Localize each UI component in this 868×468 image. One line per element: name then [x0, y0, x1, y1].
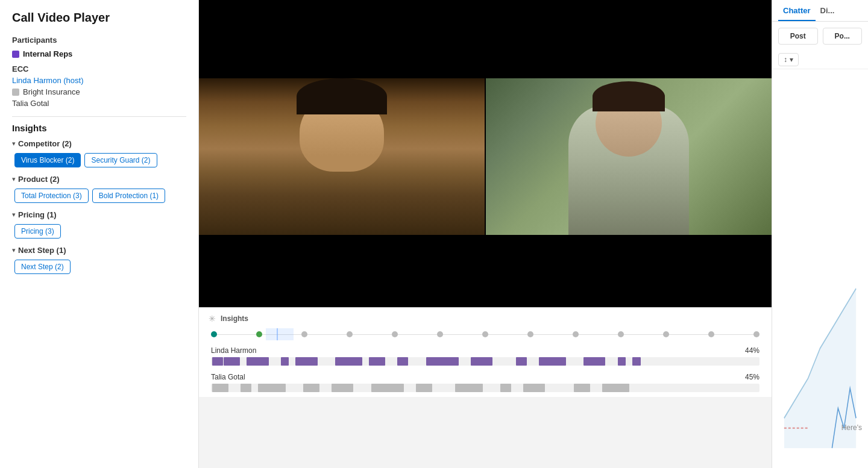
ecc-section: ECC Linda Harmon (host) Bright Insurance… — [12, 64, 186, 108]
seg-gap — [286, 384, 303, 392]
seg — [426, 357, 459, 366]
seg-gap — [318, 357, 335, 366]
seg-gap — [512, 384, 523, 392]
bold-protection-tag[interactable]: Bold Protection (1) — [92, 189, 165, 203]
seg-gap — [483, 384, 500, 392]
timeline-dot-13[interactable] — [753, 331, 760, 337]
tab-chatter[interactable]: Chatter — [778, 0, 816, 21]
post-button[interactable]: Post — [778, 28, 818, 45]
competitor-label: Competitor (2) — [18, 139, 72, 148]
timeline-dots-row — [209, 328, 762, 340]
timeline-dot-3[interactable] — [301, 331, 307, 337]
product-group-header[interactable]: ▾ Product (2) — [12, 175, 186, 184]
seg-gap — [606, 357, 617, 366]
here-text: Here's — [841, 423, 862, 432]
timeline-insights-row: ✳ Insights — [209, 314, 762, 323]
seg-gap — [493, 357, 515, 366]
speaker-segments-linda — [211, 357, 760, 366]
timeline-dot-12[interactable] — [708, 331, 714, 337]
seg-gap — [567, 357, 583, 366]
pricing-tags: Pricing (3) — [14, 224, 186, 239]
seg — [583, 357, 605, 366]
sort-button[interactable]: ↕ ▾ — [778, 53, 799, 66]
speaker-header-linda: Linda Harmon 44% — [211, 346, 760, 355]
chart-area: Here's — [772, 69, 868, 468]
timeline-dot-8[interactable] — [527, 331, 533, 337]
timeline-dot-5[interactable] — [392, 331, 398, 337]
speaker-pct-talia: 45% — [745, 373, 760, 381]
timeline-dot-10[interactable] — [618, 331, 624, 337]
tab-di[interactable]: Di... — [816, 0, 840, 21]
nextstep-label: Next Step (1) — [18, 246, 66, 255]
chevron-down-icon-3: ▾ — [12, 211, 16, 219]
host-link[interactable]: Linda Harmon (host) — [12, 76, 186, 85]
pricing-group-header[interactable]: ▾ Pricing (1) — [12, 210, 186, 219]
chevron-down-icon-4: ▾ — [12, 246, 16, 254]
seg — [371, 384, 404, 392]
pricing-tag[interactable]: Pricing (3) — [14, 224, 61, 239]
product-label: Product (2) — [18, 175, 60, 184]
timeline-dot-4[interactable] — [347, 331, 353, 337]
seg-gap — [404, 384, 415, 392]
ecc-company-row: Bright Insurance — [12, 87, 186, 96]
internal-reps-row: Internal Reps — [12, 49, 186, 58]
seg — [212, 384, 228, 392]
seg — [574, 384, 590, 392]
seg — [397, 357, 408, 366]
timeline-dot-9[interactable] — [573, 331, 579, 337]
timeline-dot-2[interactable] — [256, 331, 262, 337]
seg — [335, 357, 362, 366]
seg — [332, 384, 353, 392]
video-black-bar-bottom — [199, 235, 772, 307]
chatter-post-row: Post Po... — [772, 22, 868, 51]
nextstep-tags: Next Step (2) — [14, 260, 186, 274]
timeline-dot-6[interactable] — [437, 331, 443, 337]
star-icon: ✳ — [209, 314, 216, 323]
virus-blocker-tag[interactable]: Virus Blocker (2) — [14, 153, 81, 167]
seg — [602, 384, 629, 392]
sort-chevron: ▾ — [790, 55, 793, 64]
insights-heading: Insights — [12, 123, 186, 133]
speaker-row-linda: Linda Harmon 44% — [209, 344, 762, 368]
seg — [471, 357, 492, 366]
timeline-playhead-highlight — [266, 328, 294, 340]
internal-reps-color-dot — [12, 51, 19, 58]
seg-gap — [269, 357, 280, 366]
chevron-down-icon-2: ▾ — [12, 175, 16, 183]
seg-gap — [354, 384, 370, 392]
product-tags: Total Protection (3) Bold Protection (1) — [14, 189, 186, 203]
seg — [516, 357, 527, 366]
timeline-dot-7[interactable] — [482, 331, 488, 337]
right-panel: Chatter Di... Post Po... ↕ ▾ Here's — [772, 0, 868, 468]
seg — [416, 384, 432, 392]
nextstep-group-header[interactable]: ▾ Next Step (1) — [12, 246, 186, 255]
speaker-header-talia: Talia Gotal 45% — [211, 373, 760, 381]
seg-gap — [289, 357, 295, 366]
seg — [258, 384, 285, 392]
timeline-dot-1[interactable] — [211, 331, 217, 337]
video-container: bonobo demo Talia Gotal — [199, 0, 772, 307]
nextstep-tag[interactable]: Next Step (2) — [14, 260, 71, 274]
seg — [618, 357, 626, 366]
seg — [303, 384, 319, 392]
competitor-group-header[interactable]: ▾ Competitor (2) — [12, 139, 186, 148]
poll-button[interactable]: Po... — [823, 28, 863, 45]
insight-group-nextstep: ▾ Next Step (1) Next Step (2) — [12, 246, 186, 274]
total-protection-tag[interactable]: Total Protection (3) — [14, 189, 89, 203]
seg-gap — [363, 357, 368, 366]
seg-gap — [591, 384, 602, 392]
seg-gap — [409, 357, 425, 366]
participants-section: Participants Internal Reps — [12, 36, 186, 58]
seg-gap — [459, 357, 470, 366]
internal-reps-label: Internal Reps — [23, 49, 72, 58]
timeline-track[interactable] — [211, 328, 760, 340]
chart-svg — [772, 69, 868, 468]
ecc-heading: ECC — [12, 64, 186, 73]
timeline-dots — [211, 331, 760, 337]
timeline-dot-11[interactable] — [663, 331, 669, 337]
speaker-row-talia: Talia Gotal 45% — [209, 370, 762, 395]
ecc-person: Talia Gotal — [12, 99, 186, 108]
page-title: Call Video Player — [12, 11, 186, 25]
security-guard-tag[interactable]: Security Guard (2) — [84, 153, 157, 167]
seg — [281, 357, 289, 366]
